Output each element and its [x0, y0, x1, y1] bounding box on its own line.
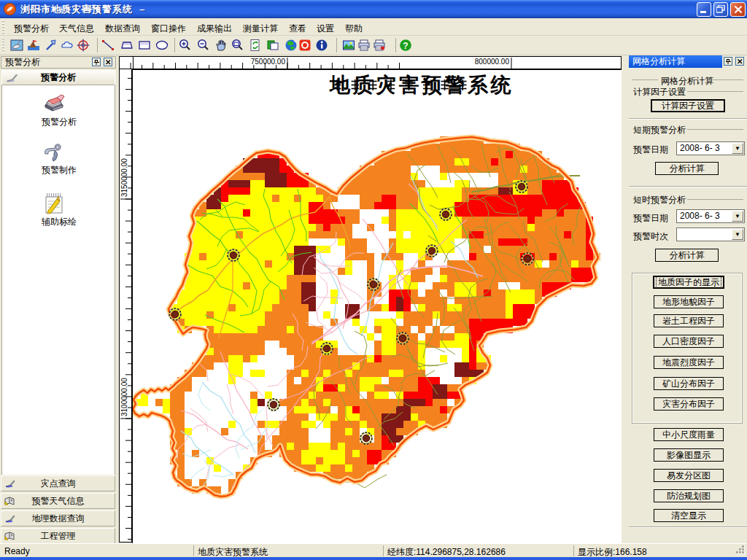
svg-text:750000.00: 750000.00	[251, 58, 286, 66]
svg-text:3150000.00: 3150000.00	[120, 158, 128, 197]
svg-text:?: ?	[403, 41, 408, 51]
svg-text:800000.00: 800000.00	[475, 58, 510, 66]
svg-text:3100000.00: 3100000.00	[120, 378, 128, 416]
